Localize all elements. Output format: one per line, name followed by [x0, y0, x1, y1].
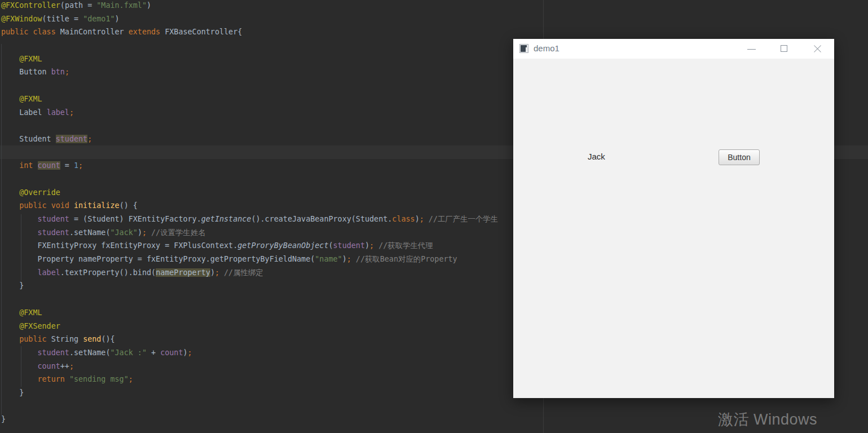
name-label: Jack [588, 152, 605, 161]
code-line: @FXController(path = "Main.fxml") [1, 0, 864, 12]
window-app-icon [519, 44, 528, 53]
minimize-button[interactable] [738, 39, 764, 59]
window-title: demo1 [534, 43, 559, 53]
maximize-icon [781, 45, 787, 52]
demo1-window: demo1 Jack Button [513, 39, 834, 398]
activation-watermark: 激活 Windows 转到“设置”以激活 Windows [718, 409, 833, 433]
watermark-line1: 激活 Windows [718, 409, 833, 430]
window-titlebar[interactable]: demo1 [513, 39, 834, 59]
close-button[interactable] [804, 39, 830, 59]
minimize-icon [747, 49, 756, 50]
code-line: public class MainController extends FXBa… [1, 25, 864, 39]
send-button[interactable]: Button [719, 149, 760, 165]
code-line: @FXWindow(title = "demo1") [1, 12, 864, 26]
maximize-button[interactable] [771, 39, 797, 59]
